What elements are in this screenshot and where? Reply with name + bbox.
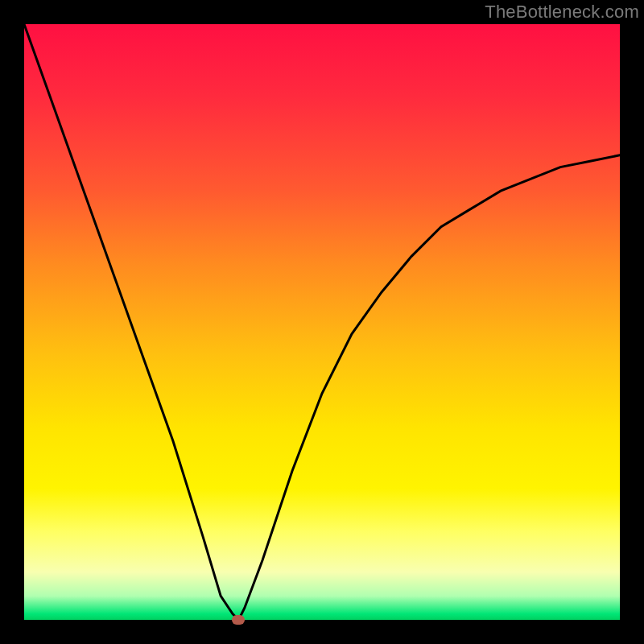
chart-container: TheBottleneck.com — [0, 0, 644, 644]
curve-svg — [24, 24, 620, 620]
bottleneck-curve-path — [24, 24, 620, 620]
plot-area — [24, 24, 620, 620]
optimal-point-marker — [232, 615, 245, 625]
watermark-text: TheBottleneck.com — [485, 2, 639, 23]
